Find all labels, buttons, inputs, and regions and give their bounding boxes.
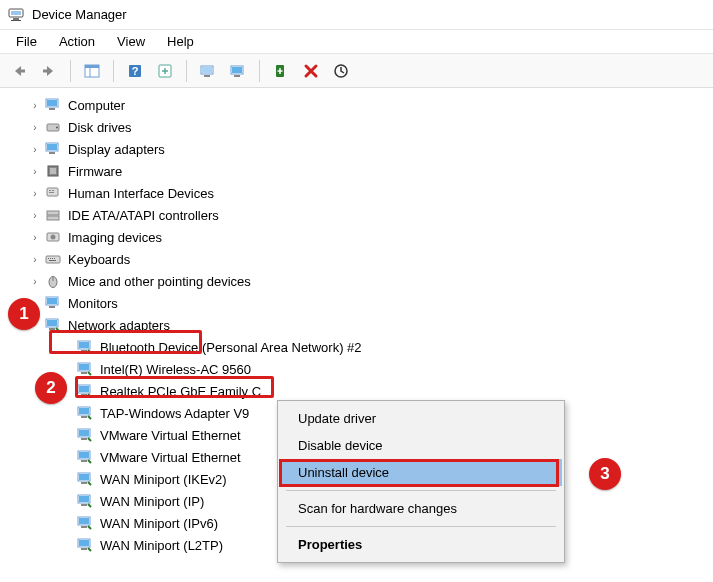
svg-rect-34 (47, 211, 59, 215)
monitor-button[interactable] (225, 58, 251, 84)
help-button[interactable]: ? (122, 58, 148, 84)
tree-label: TAP-Windows Adapter V9 (100, 406, 249, 421)
disable-button[interactable] (328, 58, 354, 84)
tree-label: Network adapters (68, 318, 170, 333)
network-adapter-icon (76, 426, 94, 444)
disk-drive-icon (44, 118, 62, 136)
ide-controller-icon (44, 206, 62, 224)
network-adapter-icon (44, 316, 62, 334)
tree-label: Mice and other pointing devices (68, 274, 251, 289)
tree-category-computer[interactable]: › Computer (6, 94, 713, 116)
tree-category-display-adapters[interactable]: › Display adapters (6, 138, 713, 160)
svg-rect-21 (47, 100, 57, 106)
uninstall-button[interactable] (298, 58, 324, 84)
svg-rect-47 (47, 298, 57, 304)
svg-rect-2 (13, 18, 19, 20)
svg-rect-14 (204, 75, 210, 77)
svg-rect-54 (81, 350, 87, 352)
menu-file[interactable]: File (6, 32, 47, 51)
tree-category-monitors[interactable]: › Monitors (6, 292, 713, 314)
menu-action[interactable]: Action (49, 32, 105, 51)
expander-icon[interactable]: › (28, 120, 42, 134)
svg-rect-77 (79, 518, 89, 524)
toolbar-separator (113, 60, 114, 82)
context-menu-properties[interactable]: Properties (280, 531, 562, 558)
window-title: Device Manager (32, 7, 127, 22)
update-driver-button[interactable] (268, 58, 294, 84)
tree-category-firmware[interactable]: › Firmware (6, 160, 713, 182)
svg-rect-57 (81, 372, 87, 374)
tree-label: Monitors (68, 296, 118, 311)
svg-rect-72 (81, 482, 87, 484)
action-button[interactable] (152, 58, 178, 84)
tree-category-hid[interactable]: › Human Interface Devices (6, 182, 713, 204)
network-adapter-icon (76, 470, 94, 488)
svg-rect-81 (81, 548, 87, 550)
svg-rect-42 (54, 258, 55, 259)
svg-rect-51 (49, 328, 55, 330)
svg-rect-63 (81, 416, 87, 418)
expander-icon[interactable]: › (28, 208, 42, 222)
svg-rect-53 (79, 342, 89, 348)
svg-rect-48 (49, 306, 55, 308)
menu-help[interactable]: Help (157, 32, 204, 51)
tree-label: Computer (68, 98, 125, 113)
tree-category-keyboards[interactable]: › Keyboards (6, 248, 713, 270)
tree-item-intel-wireless[interactable]: Intel(R) Wireless-AC 9560 (6, 358, 713, 380)
expander-icon[interactable]: › (28, 142, 42, 156)
svg-rect-33 (49, 192, 54, 193)
tree-category-mice[interactable]: › Mice and other pointing devices (6, 270, 713, 292)
tree-label: Keyboards (68, 252, 130, 267)
svg-rect-41 (52, 258, 53, 259)
expander-icon[interactable]: › (28, 318, 42, 332)
scan-hardware-button[interactable] (195, 58, 221, 84)
tree-item-realtek[interactable]: Realtek PCIe GbE Family C (6, 380, 713, 402)
expander-icon[interactable]: › (28, 98, 42, 112)
context-menu-uninstall-device[interactable]: Uninstall device (280, 459, 562, 486)
tree-label: WAN Miniport (IKEv2) (100, 472, 227, 487)
svg-rect-56 (79, 364, 89, 370)
tree-label: WAN Miniport (L2TP) (100, 538, 223, 553)
expander-icon[interactable]: › (28, 296, 42, 310)
context-menu-disable-device[interactable]: Disable device (280, 432, 562, 459)
forward-button[interactable] (36, 58, 62, 84)
svg-rect-7 (85, 65, 99, 68)
network-adapter-icon (76, 514, 94, 532)
tree-label: WAN Miniport (IPv6) (100, 516, 218, 531)
expander-icon[interactable]: › (28, 186, 42, 200)
tree-item-bluetooth[interactable]: Bluetooth Device (Personal Area Network)… (6, 336, 713, 358)
context-menu-separator (286, 490, 556, 491)
svg-rect-59 (79, 386, 89, 392)
context-menu-update-driver[interactable]: Update driver (280, 405, 562, 432)
expander-icon[interactable]: › (28, 164, 42, 178)
svg-rect-66 (81, 438, 87, 440)
tree-label: Display adapters (68, 142, 165, 157)
tree-label: Disk drives (68, 120, 132, 135)
tree-category-disk-drives[interactable]: › Disk drives (6, 116, 713, 138)
svg-rect-78 (81, 526, 87, 528)
tree-category-network-adapters[interactable]: › Network adapters (6, 314, 713, 336)
expander-icon[interactable]: › (28, 230, 42, 244)
tree-category-ide[interactable]: › IDE ATA/ATAPI controllers (6, 204, 713, 226)
svg-rect-35 (47, 216, 59, 220)
expander-icon[interactable]: › (28, 252, 42, 266)
monitor-icon (44, 294, 62, 312)
keyboard-icon (44, 250, 62, 268)
imaging-icon (44, 228, 62, 246)
hid-icon (44, 184, 62, 202)
svg-rect-27 (49, 152, 55, 154)
menu-view[interactable]: View (107, 32, 155, 51)
computer-icon (44, 96, 62, 114)
tree-category-imaging[interactable]: › Imaging devices (6, 226, 713, 248)
show-hide-tree-button[interactable] (79, 58, 105, 84)
svg-rect-38 (46, 256, 60, 263)
tree-label: Firmware (68, 164, 122, 179)
svg-rect-43 (49, 260, 56, 261)
svg-rect-68 (79, 452, 89, 458)
expander-icon[interactable]: › (28, 274, 42, 288)
svg-rect-39 (48, 258, 49, 259)
svg-rect-16 (232, 67, 242, 73)
back-button[interactable] (6, 58, 32, 84)
tree-label: VMware Virtual Ethernet (100, 428, 241, 443)
context-menu-scan-hardware[interactable]: Scan for hardware changes (280, 495, 562, 522)
